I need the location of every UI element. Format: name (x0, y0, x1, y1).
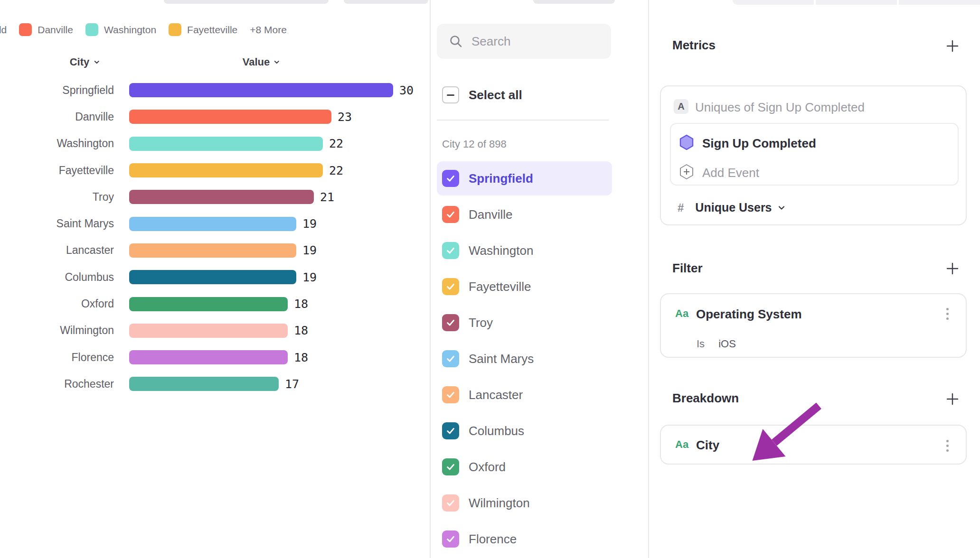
chevron-down-icon (274, 59, 280, 65)
add-event-label[interactable]: Add Event (702, 166, 759, 180)
kebab-menu-icon[interactable] (940, 306, 954, 322)
legend-swatch (169, 23, 181, 36)
city-name-label: Columbus (469, 424, 524, 438)
city-name-label: Troy (469, 316, 493, 330)
column-header-value[interactable]: Value (243, 56, 280, 68)
chart-row: Saint Marys19 (0, 210, 430, 237)
bar-track: 18 (129, 297, 430, 311)
kebab-menu-icon[interactable] (940, 437, 954, 454)
legend-item[interactable]: Washington (85, 23, 156, 36)
legend-item[interactable]: Fayetteville (169, 23, 237, 36)
legend-item[interactable]: Springfield (0, 23, 7, 36)
bar[interactable] (129, 377, 279, 391)
chevron-down-icon (94, 59, 99, 65)
bar-category-label: Rochester (0, 378, 114, 391)
chart-row: Lancaster19 (0, 237, 430, 264)
analytics-app: SpringfieldDanvilleWashingtonFayettevill… (0, 0, 980, 558)
measure-selector[interactable]: # Unique Users (678, 201, 785, 214)
city-list-item[interactable]: Lancaster (431, 377, 648, 413)
bar-value-label: 22 (329, 164, 343, 177)
city-name-label: Fayetteville (469, 279, 531, 294)
city-checkbox[interactable] (442, 278, 459, 295)
city-list-item[interactable]: Columbus (431, 413, 648, 449)
bar-value-label: 17 (285, 377, 299, 391)
legend-item[interactable]: Danville (19, 23, 73, 36)
city-list-item[interactable]: Washington (431, 232, 648, 269)
event-card[interactable]: Sign Up Completed Add Event (670, 123, 959, 186)
bar-value-label: 19 (302, 243, 317, 257)
search-box[interactable] (437, 24, 611, 59)
bar[interactable] (129, 297, 288, 311)
bar[interactable] (129, 217, 296, 231)
column-header-city[interactable]: City (70, 56, 100, 68)
bar[interactable] (129, 243, 296, 258)
row-highlight (437, 197, 612, 232)
city-list-item[interactable]: Oxford (431, 449, 648, 485)
bar[interactable] (129, 83, 393, 97)
city-name-label: Saint Marys (469, 352, 534, 366)
bar[interactable] (129, 350, 288, 364)
bar-category-label: Washington (0, 137, 114, 150)
breakdown-property-label: City (696, 438, 719, 453)
bar[interactable] (129, 190, 314, 204)
column-header-value-label: Value (243, 56, 270, 68)
legend: SpringfieldDanvilleWashingtonFayettevill… (0, 23, 430, 39)
select-all-row[interactable]: Select all (431, 78, 648, 112)
city-name-label: Lancaster (469, 388, 523, 402)
city-name-label: Florence (469, 532, 517, 547)
bar[interactable] (129, 270, 296, 284)
chart-row: Columbus19 (0, 264, 430, 290)
city-checkbox[interactable] (442, 206, 459, 223)
add-breakdown-button[interactable] (946, 392, 959, 406)
bar-track: 30 (129, 83, 430, 97)
add-metric-button[interactable] (946, 39, 959, 53)
city-checkbox[interactable] (442, 170, 459, 187)
bar[interactable] (129, 324, 288, 338)
bar-value-label: 18 (294, 324, 308, 337)
city-list-item[interactable]: Danville (431, 196, 648, 232)
city-list-item[interactable]: Fayetteville (431, 269, 648, 305)
chart-row: Rochester17 (0, 371, 430, 397)
metric-card[interactable]: A Uniques of Sign Up Completed Sign Up C… (660, 85, 967, 225)
row-highlight (437, 378, 612, 412)
city-list-item[interactable]: Florence (431, 521, 648, 557)
filter-condition[interactable]: Is iOS (697, 338, 736, 350)
bar-category-label: Lancaster (0, 244, 114, 257)
city-name-label: Oxford (469, 460, 506, 474)
search-input[interactable] (471, 34, 631, 49)
bar-track: 22 (129, 137, 430, 151)
city-list-item[interactable]: Wilmington (431, 485, 648, 521)
divider (437, 120, 609, 121)
filter-card[interactable]: Aa Operating System Is iOS (660, 293, 967, 358)
city-checkbox[interactable] (442, 386, 459, 403)
add-event-icon[interactable] (679, 164, 694, 180)
legend-label: Danville (38, 24, 73, 36)
bar-value-label: 23 (338, 110, 352, 124)
city-list-item[interactable]: Saint Marys (431, 341, 648, 377)
bar[interactable] (129, 110, 331, 124)
select-all-checkbox[interactable] (442, 86, 459, 103)
bar-category-label: Springfield (0, 84, 114, 97)
bar[interactable] (129, 163, 323, 177)
bar-track: 18 (129, 324, 430, 338)
city-name-label: Washington (469, 243, 533, 258)
city-checkbox[interactable] (442, 494, 459, 512)
legend-more-label[interactable]: +8 More (250, 24, 287, 36)
city-checkbox[interactable] (442, 314, 459, 331)
add-filter-button[interactable] (946, 262, 959, 275)
city-checkbox[interactable] (442, 458, 459, 475)
bar-track: 19 (129, 217, 430, 231)
city-name-label: Wilmington (469, 496, 530, 511)
bar-track: 19 (129, 270, 430, 284)
city-checkbox[interactable] (442, 350, 459, 367)
city-list-item[interactable]: Springfield (431, 160, 648, 196)
city-checkbox[interactable] (442, 242, 459, 259)
breakdown-card[interactable]: Aa City (660, 425, 967, 465)
bar-track: 18 (129, 350, 430, 364)
bar-category-label: Oxford (0, 298, 114, 310)
indeterminate-minus-icon (447, 94, 454, 96)
bar[interactable] (129, 137, 323, 151)
city-list-item[interactable]: Troy (431, 305, 648, 341)
city-checkbox[interactable] (442, 422, 459, 439)
city-checkbox[interactable] (442, 530, 459, 548)
